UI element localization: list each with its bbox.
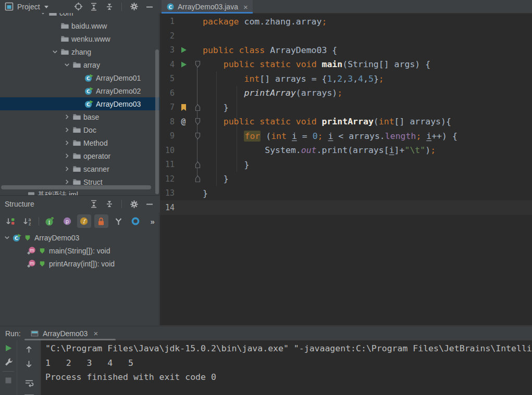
- fold-end-icon[interactable]: [192, 161, 203, 169]
- tree-item-baidu-www[interactable]: baidu.www: [0, 19, 159, 32]
- hide-icon[interactable]: [145, 2, 154, 11]
- code-line-8[interactable]: 8@ public static void printArray(int[] a…: [160, 114, 532, 129]
- sort-alpha-button[interactable]: az: [20, 214, 34, 228]
- line-number: 1: [160, 17, 175, 26]
- code-line-3[interactable]: 3public class ArrayDemo03 {: [160, 43, 532, 58]
- show-fields-button[interactable]: f: [77, 214, 91, 228]
- code-line-7[interactable]: 7 }: [160, 100, 532, 115]
- tree-item-printarray-int-void[interactable]: mprintArray(int[]): void: [0, 257, 159, 270]
- settings-icon[interactable]: [129, 2, 139, 11]
- toolbar-separator: [39, 217, 39, 225]
- code-line-10[interactable]: 10 System.out.print(arrays[i]+"\t");: [160, 143, 532, 158]
- tree-item-arraydemo02[interactable]: CArrayDemo02: [0, 84, 159, 97]
- tree-item-array[interactable]: array: [0, 58, 159, 71]
- tool-window-icon[interactable]: [4, 2, 14, 11]
- group-filter-button[interactable]: [112, 214, 126, 228]
- code-line-14[interactable]: 14: [160, 200, 532, 215]
- edit-configuration-button[interactable]: [4, 357, 13, 366]
- chevron-right-icon[interactable]: [62, 113, 71, 121]
- chevron-down-icon[interactable]: [50, 48, 59, 56]
- tree-item-arraydemo03[interactable]: CArrayDemo03: [0, 231, 159, 244]
- run-gutter-icon[interactable]: [175, 46, 192, 54]
- svg-text:m: m: [30, 248, 34, 253]
- expand-all-icon[interactable]: [89, 199, 98, 209]
- left-tool-windows: Project combaidu.wwwwenku.wwwzhangarrayC…: [0, 0, 159, 325]
- run-console[interactable]: "C:\Program Files\Java\jdk-15.0.2\bin\ja…: [41, 340, 532, 395]
- show-inherited-button[interactable]: I: [43, 214, 57, 228]
- code-line-2[interactable]: 2: [160, 29, 532, 43]
- run-panel-body: "C:\Program Files\Java\jdk-15.0.2\bin\ja…: [0, 340, 532, 395]
- editor-tab-arraydemo03[interactable]: C ArrayDemo03.java ×: [162, 0, 253, 14]
- hide-icon[interactable]: [145, 199, 154, 209]
- chevron-down-icon[interactable]: [2, 234, 11, 241]
- collapse-all-icon[interactable]: [105, 2, 114, 11]
- code-line-1[interactable]: 1package com.zhang.array;: [160, 15, 532, 29]
- project-vertical-scrollbar[interactable]: [155, 49, 159, 194]
- method-icon: m: [27, 259, 36, 268]
- folder-icon: [60, 22, 69, 30]
- tree-item-scanner[interactable]: scanner: [0, 162, 159, 175]
- line-number: 12: [160, 174, 175, 184]
- tree-item-wenku-www[interactable]: wenku.www: [0, 32, 159, 45]
- fold-start-icon[interactable]: [192, 132, 203, 140]
- line-number: 13: [160, 188, 175, 198]
- close-icon[interactable]: ×: [243, 3, 248, 11]
- chevron-right-icon[interactable]: [62, 165, 71, 173]
- fold-end-icon[interactable]: [192, 175, 203, 183]
- tree-item-arraydemo01[interactable]: CArrayDemo01: [0, 71, 159, 84]
- tree-item-base[interactable]: base: [0, 110, 159, 123]
- svg-text:C: C: [168, 4, 172, 10]
- chevron-right-icon[interactable]: [62, 139, 71, 147]
- code-line-6[interactable]: 6 printArray(arrays);: [160, 86, 532, 100]
- tree-item-main-string-void[interactable]: mmain(String[]): void: [0, 244, 159, 257]
- settings-icon[interactable]: [129, 199, 139, 209]
- code-line-4[interactable]: 4 public static void main(String[] args)…: [160, 57, 532, 72]
- fold-start-icon[interactable]: [192, 60, 203, 68]
- tree-item-label: baidu.www: [71, 22, 107, 30]
- tree-item-operator[interactable]: operator: [0, 149, 159, 162]
- run-toolbar: [0, 340, 17, 395]
- code-line-11[interactable]: 11 }: [160, 158, 532, 172]
- code-line-12[interactable]: 12 }: [160, 172, 532, 186]
- more-chevrons-button[interactable]: »: [145, 214, 159, 228]
- tree-item-arraydemo03[interactable]: CArrayDemo03: [0, 97, 159, 110]
- rerun-button[interactable]: [4, 343, 13, 353]
- code-area[interactable]: 1package com.zhang.array;23public class …: [160, 14, 532, 325]
- close-icon[interactable]: ×: [93, 329, 98, 337]
- soft-wrap-button[interactable]: [24, 378, 34, 387]
- at-gutter-icon[interactable]: @: [175, 117, 192, 126]
- down-button[interactable]: [24, 359, 34, 368]
- project-horizontal-scrollbar[interactable]: [1, 185, 151, 189]
- chevron-down-icon[interactable]: [38, 13, 47, 17]
- chevron-right-icon[interactable]: [62, 178, 71, 186]
- chevron-right-icon[interactable]: [62, 126, 71, 134]
- tree-item-doc[interactable]: Doc: [0, 123, 159, 136]
- locate-icon[interactable]: [73, 2, 83, 11]
- tree-item-method[interactable]: Method: [0, 136, 159, 149]
- run-gutter-icon[interactable]: [175, 61, 192, 68]
- up-button[interactable]: [24, 345, 34, 354]
- fold-end-icon[interactable]: [192, 104, 203, 111]
- show-properties-button[interactable]: p: [60, 214, 74, 228]
- run-tab-arraydemo03[interactable]: ArrayDemo03 ×: [30, 326, 98, 340]
- chevron-right-icon[interactable]: [62, 152, 71, 160]
- code-line-5[interactable]: 5 int[] arrays = {1,2,3,4,5};: [160, 72, 532, 86]
- expand-all-icon[interactable]: [89, 2, 98, 11]
- fold-start-icon[interactable]: [192, 118, 203, 125]
- sort-visibility-button[interactable]: [3, 214, 17, 228]
- tree-item-com[interactable]: com: [0, 13, 159, 19]
- bookmark-gutter-icon[interactable]: [175, 104, 192, 111]
- tree-item-label: array: [83, 61, 100, 69]
- tree-item-zhang[interactable]: zhang: [0, 45, 159, 58]
- chevron-down-icon[interactable]: [62, 61, 71, 69]
- show-anonymous-button[interactable]: [128, 214, 142, 228]
- code-line-9[interactable]: 9 for (int i = 0; i < arrays.length; i++…: [160, 129, 532, 144]
- code-line-13[interactable]: 13}: [160, 186, 532, 201]
- tree-item-label: Method: [83, 139, 108, 147]
- collapse-all-icon[interactable]: [105, 199, 114, 209]
- chevron-down-icon[interactable]: [43, 2, 50, 11]
- show-non-public-button[interactable]: [94, 214, 108, 228]
- toolbar-separator: [121, 3, 122, 11]
- project-panel: Project combaidu.wwwwenku.wwwzhangarrayC…: [0, 0, 159, 195]
- stop-button[interactable]: [4, 376, 13, 385]
